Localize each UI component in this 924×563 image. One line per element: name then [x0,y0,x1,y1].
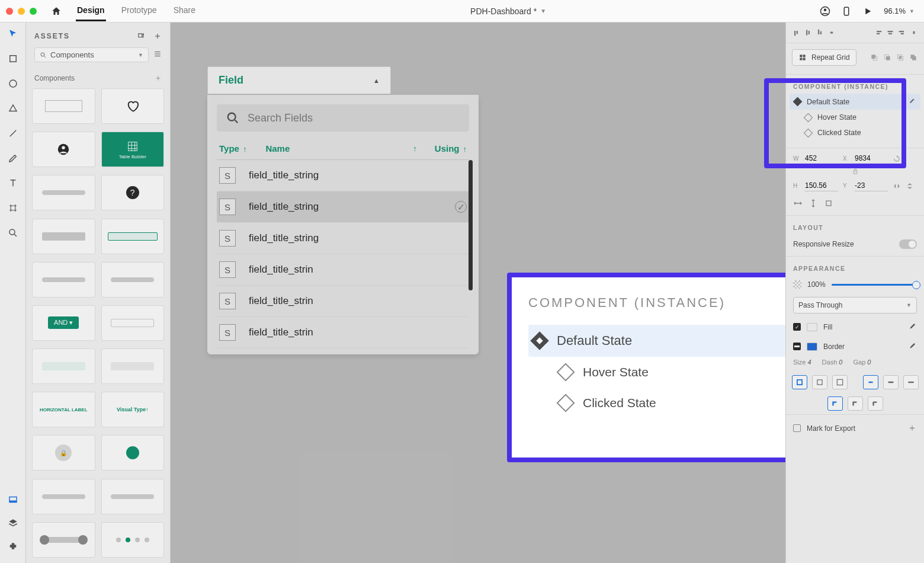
join-miter-icon[interactable] [827,396,843,411]
repeat-grid-button[interactable]: Repeat Grid [792,49,856,66]
rectangle-tool[interactable] [8,53,18,66]
subtract-boolean-icon[interactable] [883,53,892,62]
field-row[interactable]: Sfield_title_string [217,160,469,191]
opacity-slider[interactable] [832,284,917,286]
component-thumb[interactable]: 🔒 [32,435,95,471]
tab-design[interactable]: Design [76,1,106,21]
polygon-tool[interactable] [8,103,18,116]
col-type[interactable]: Type↑ [219,143,246,153]
inner-border-icon[interactable] [792,375,807,389]
join-bevel-icon[interactable] [868,396,883,411]
component-thumb[interactable] [101,348,165,384]
zoom-level[interactable]: 96.1% ▼ [884,7,915,15]
component-thumb[interactable] [32,348,95,384]
line-tool[interactable] [8,128,18,141]
component-thumb[interactable]: Visual Type ↑ [101,392,165,427]
assets-panel-icon[interactable] [8,494,18,507]
component-thumb[interactable] [101,219,165,254]
component-thumb[interactable] [101,522,165,558]
scroll-v-icon[interactable] [808,199,818,208]
state-hover-zoom[interactable]: Hover State [528,357,785,388]
document-title[interactable]: PDH-Dashboard * ▼ [197,7,820,16]
flip-h-icon[interactable] [893,182,901,190]
export-assets-icon[interactable] [137,32,145,40]
state-clicked[interactable]: Clicked State [790,125,920,140]
add-export-icon[interactable]: ＋ [907,422,917,434]
plugins-panel-icon[interactable] [8,542,18,555]
outer-border-icon[interactable] [832,375,848,389]
cap-round-icon[interactable] [883,375,899,389]
distribute-v-icon[interactable] [826,27,837,38]
component-thumb[interactable] [101,435,165,471]
component-thumb[interactable] [32,522,95,558]
minimize-window-button[interactable] [18,8,25,15]
intersect-boolean-icon[interactable] [896,53,905,62]
state-clicked-zoom[interactable]: Clicked State [528,388,785,418]
eyedropper-icon[interactable] [909,322,917,332]
close-window-button[interactable] [6,8,13,15]
height-input[interactable] [805,180,838,191]
field-list-scrollbar[interactable] [469,160,473,290]
play-icon[interactable] [862,6,873,17]
component-thumb[interactable] [101,305,165,341]
component-thumb[interactable]: AND ▾ [32,305,95,341]
home-icon[interactable] [51,6,62,17]
join-round-icon[interactable] [848,396,863,411]
add-component-icon[interactable] [155,75,162,82]
list-view-icon[interactable] [153,50,162,60]
sort-arrow-icon[interactable]: ↑ [413,144,417,153]
exclude-boolean-icon[interactable] [909,53,918,62]
cap-square-icon[interactable] [903,375,919,389]
user-icon[interactable] [820,6,830,17]
field-row[interactable]: Sfield_title_string✓ [217,191,469,223]
col-using[interactable]: Using↑ [435,143,467,153]
align-right-icon[interactable] [897,27,907,38]
component-thumb[interactable] [32,132,95,167]
component-thumb[interactable] [101,479,165,514]
component-thumb[interactable] [32,262,95,298]
maximize-window-button[interactable] [30,8,37,15]
component-thumb[interactable]: ? [101,175,165,210]
distribute-h-icon[interactable] [909,27,919,38]
flip-v-icon[interactable] [906,182,914,190]
align-left-icon[interactable] [873,27,884,38]
add-boolean-icon[interactable] [870,53,879,62]
pen-tool[interactable] [8,153,18,166]
fill-checkbox[interactable]: ✓ [793,323,801,331]
fill-swatch[interactable] [807,323,817,331]
cap-butt-icon[interactable] [863,375,878,389]
component-thumb[interactable] [32,219,95,254]
state-default-zoom[interactable]: Default State [528,325,785,357]
component-thumb[interactable]: HORIZONTAL LABEL [32,392,95,427]
lock-aspect-icon[interactable] [852,168,859,175]
align-hcenter-icon[interactable] [885,27,896,38]
width-input[interactable] [805,153,838,164]
align-vcenter-icon[interactable] [803,27,813,38]
layers-panel-icon[interactable] [8,518,18,531]
field-dropdown-header[interactable]: Field ▲ [207,66,391,94]
mobile-preview-icon[interactable] [841,6,852,17]
scroll-none-icon[interactable] [824,199,833,208]
eyedropper-icon[interactable] [909,341,917,351]
tab-prototype[interactable]: Prototype [120,1,158,21]
x-input[interactable] [855,153,888,164]
select-tool[interactable] [8,28,18,41]
field-row[interactable]: Sfield_title_strin [217,254,469,286]
state-default[interactable]: Default State [790,94,920,110]
responsive-toggle[interactable] [899,239,917,249]
field-search-input[interactable]: Search Fields [217,104,469,132]
edit-state-icon[interactable] [909,97,916,106]
blend-mode-select[interactable]: Pass Through ▼ [793,297,917,314]
tab-share[interactable]: Share [172,1,197,21]
field-row[interactable]: Sfield_title_strin [217,317,469,348]
artboard-tool[interactable] [8,203,18,216]
component-thumb[interactable] [32,175,95,210]
gap-value[interactable]: 0 [867,359,871,366]
text-tool[interactable] [8,178,18,191]
export-checkbox[interactable] [793,424,801,432]
canvas[interactable]: Field ▲ Search Fields Type↑ Name ↑ Usin [171,23,785,563]
field-row[interactable]: Sfield_title_string [217,223,469,254]
add-asset-icon[interactable] [153,32,162,40]
component-thumb[interactable] [32,88,95,124]
component-thumb[interactable] [32,479,95,514]
